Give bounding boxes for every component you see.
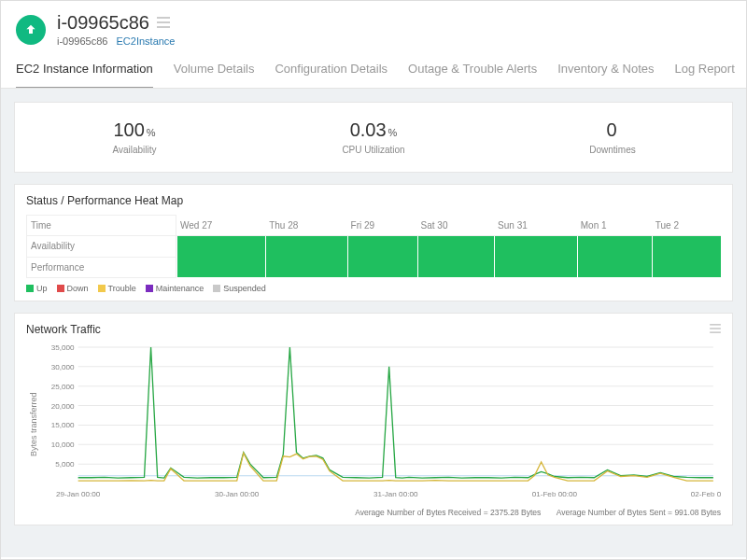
svg-text:25,000: 25,000 [51, 382, 75, 390]
legend-item: Suspended [213, 284, 266, 293]
svg-rect-4 [710, 328, 721, 329]
tab-volume-details[interactable]: Volume Details [174, 52, 255, 88]
heatmap-legend: UpDownTroubleMaintenanceSuspended [26, 284, 721, 293]
breadcrumb-type-link[interactable]: EC2Instance [117, 35, 176, 47]
cpu-value: 0.03 [350, 119, 387, 140]
status-up-icon [16, 15, 46, 45]
breadcrumb-name: i-09965c86 [57, 35, 107, 47]
tab-inventory-notes[interactable]: Inventory & Notes [557, 52, 654, 88]
breadcrumb: i-09965c86 EC2Instance [57, 35, 731, 47]
legend-item: Up [26, 284, 48, 293]
heatmap-title: Status / Performance Heat Map [26, 194, 721, 207]
availability-value: 100 [113, 119, 144, 140]
svg-rect-1 [157, 21, 170, 23]
svg-rect-2 [157, 26, 170, 28]
svg-text:30,000: 30,000 [51, 362, 75, 371]
tab-ec2-instance-information[interactable]: EC2 Instance Information [16, 52, 153, 89]
network-title: Network Traffic [26, 323, 101, 336]
tabs: EC2 Instance InformationVolume DetailsCo… [1, 52, 746, 89]
menu-icon[interactable] [157, 15, 170, 32]
svg-text:02-Feb 00:00: 02-Feb 00:00 [691, 490, 721, 498]
svg-text:20,000: 20,000 [51, 401, 75, 410]
tab-log-report[interactable]: Log Report [674, 52, 734, 88]
chart-ylabel: Bytes transferred [26, 343, 38, 506]
svg-text:15,000: 15,000 [51, 421, 75, 429]
stats-card: 100% Availability 0.03% CPU Utilization … [14, 102, 733, 173]
svg-text:5,000: 5,000 [55, 460, 75, 469]
svg-text:01-Feb 00:00: 01-Feb 00:00 [532, 490, 578, 498]
heatmap-table: TimeWed 27Thu 28Fri 29Sat 30Sun 31Mon 1T… [26, 215, 721, 278]
svg-text:29-Jan 00:00: 29-Jan 00:00 [56, 490, 101, 498]
svg-text:10,000: 10,000 [51, 441, 75, 449]
legend-item: Trouble [98, 284, 136, 293]
svg-rect-0 [157, 17, 170, 19]
tab-outage-trouble-alerts[interactable]: Outage & Trouble Alerts [408, 52, 537, 88]
svg-text:35,000: 35,000 [51, 343, 75, 352]
svg-rect-3 [710, 324, 721, 326]
legend-item: Maintenance [146, 284, 204, 293]
svg-text:31-Jan 00:00: 31-Jan 00:00 [374, 490, 418, 498]
svg-rect-5 [710, 331, 721, 333]
panel-menu-icon[interactable] [710, 323, 721, 336]
heatmap-panel: Status / Performance Heat Map TimeWed 27… [14, 184, 733, 301]
chart-averages: Average Number of Bytes Received = 2375.… [26, 508, 721, 517]
page-title: i-09965c86 [57, 12, 149, 34]
network-chart: 5,00010,00015,00020,00025,00030,00035,00… [38, 343, 721, 502]
tab-configuration-details[interactable]: Configuration Details [275, 52, 388, 88]
cpu-label: CPU Utilization [254, 145, 493, 155]
downtimes-label: Downtimes [493, 145, 732, 155]
network-panel: Network Traffic Bytes transferred 5,0001… [14, 313, 733, 525]
svg-text:30-Jan 00:00: 30-Jan 00:00 [215, 490, 260, 498]
downtimes-value: 0 [606, 119, 616, 140]
availability-label: Availability [15, 145, 254, 155]
legend-item: Down [57, 284, 89, 293]
